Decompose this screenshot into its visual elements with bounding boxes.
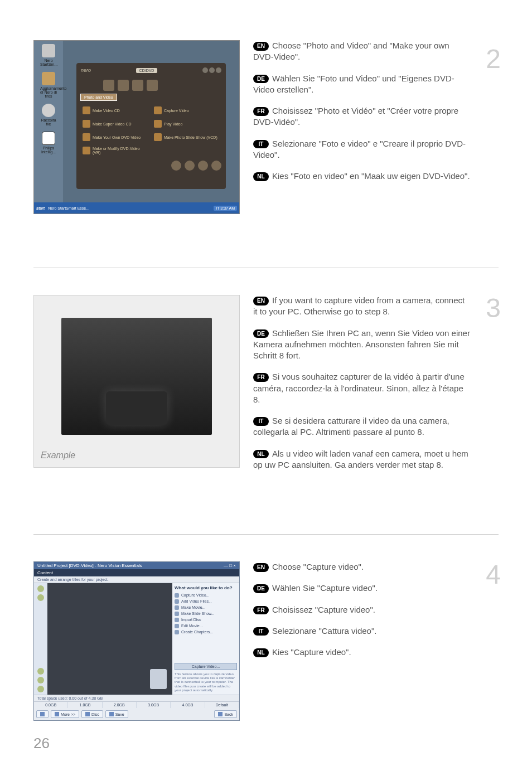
lang-badge-it: IT xyxy=(253,140,269,149)
screenshot-step4: Untitled Project [DVD-Video] - Nero Visi… xyxy=(33,561,240,721)
instruction-en: ENIf you want to capture video from a ca… xyxy=(253,295,471,318)
desktop-icons: Nero StartSm... Aggiornamento di Nero di… xyxy=(34,41,63,202)
instruction-en: ENChoose "Photo and Video" and "Make you… xyxy=(253,40,471,63)
taskbar: start Nero StartSmart Esse... IT 3:37 AM xyxy=(34,202,239,214)
camera-example: Example xyxy=(33,295,240,468)
panel-header: What would you like to do? xyxy=(175,585,237,590)
instruction-nl: NLKies "Capture video". xyxy=(253,647,471,658)
instruction-de: DEWählen Sie "Capture video". xyxy=(253,583,471,594)
camera-photo xyxy=(61,318,212,435)
action-item[interactable]: Make Super Video CD xyxy=(81,118,150,129)
tool-icon[interactable] xyxy=(37,668,44,675)
tool-icon[interactable] xyxy=(171,161,181,171)
tool-icon[interactable] xyxy=(37,585,44,592)
action-item[interactable]: Make Photo Slide Show (VCD) xyxy=(152,132,221,143)
panel-option[interactable]: Create Chapters... xyxy=(175,629,237,634)
category-icon[interactable] xyxy=(103,80,114,91)
space-used-label: Total space used: 0.00 out of 4.38 GB xyxy=(34,695,239,701)
tool-icon[interactable] xyxy=(37,594,44,601)
instructions: ENChoose "Photo and Video" and "Make you… xyxy=(253,40,499,192)
window-controls[interactable]: — □ × xyxy=(224,563,236,568)
instruction-it: ITSe si desidera catturare il video da u… xyxy=(253,415,471,438)
lang-badge-fr: FR xyxy=(253,107,269,116)
tool-icon[interactable] xyxy=(185,161,195,171)
taskbar-item[interactable]: Nero StartSmart Esse... xyxy=(48,206,89,210)
nero-logo: nero xyxy=(81,67,91,73)
panel-option[interactable]: Edit Movie... xyxy=(175,623,237,628)
instructions: ENChoose "Capture video". DEWählen Sie "… xyxy=(253,561,499,668)
category-icon[interactable] xyxy=(118,80,129,91)
lang-badge-it: IT xyxy=(253,417,269,426)
step-3: 3 Example ENIf you want to capture video… xyxy=(33,268,499,503)
desktop-icon: Aggiornamento di Nero di fires xyxy=(40,72,57,98)
tool-icon[interactable] xyxy=(198,161,208,171)
back-icon xyxy=(218,712,223,716)
lang-badge-fr: FR xyxy=(253,373,269,382)
step-2: 2 Nero StartSm... Aggiornamento di Nero … xyxy=(33,40,499,236)
instruction-fr: FRSi vous souhaitez capturer de la vidéo… xyxy=(253,371,471,405)
disc-icon xyxy=(85,712,90,716)
step-number: 2 xyxy=(486,46,501,72)
tab-photo-video[interactable]: Photo and Video xyxy=(81,94,117,100)
disc-button[interactable]: Disc xyxy=(81,710,103,718)
save-button[interactable]: Save xyxy=(105,710,128,718)
lang-badge-nl: NL xyxy=(253,172,269,181)
panel-option[interactable]: Make Slide Show... xyxy=(175,611,237,616)
page-number: 26 xyxy=(33,735,50,752)
lang-badge-de: DE xyxy=(253,75,269,84)
step-number: 4 xyxy=(486,561,501,588)
tool-icon[interactable] xyxy=(211,161,221,171)
panel-option[interactable]: Import Disc xyxy=(175,617,237,622)
tool-icon[interactable] xyxy=(37,686,44,692)
desktop-icon: Raccolta file xyxy=(40,104,57,126)
instructions: ENIf you want to capture video from a ca… xyxy=(253,295,499,481)
instruction-it: ITSelezionare "Cattura video". xyxy=(253,625,471,637)
instruction-de: DEWählen Sie "Foto und Video" und "Eigen… xyxy=(253,73,471,96)
desktop-icon: Philips Intellig... xyxy=(40,132,57,154)
drive-selector[interactable]: CD/DVD xyxy=(136,68,158,73)
action-item[interactable]: Play Video xyxy=(152,118,221,129)
lang-badge-nl: NL xyxy=(253,648,269,657)
capture-video-button[interactable]: Capture Video... xyxy=(175,663,237,670)
example-label: Example xyxy=(40,448,234,462)
window-titlebar: Untitled Project [DVD-Video] - Nero Visi… xyxy=(34,562,239,569)
step-number: 3 xyxy=(486,295,501,322)
left-toolbar xyxy=(34,583,47,695)
lang-badge-de: DE xyxy=(253,584,269,593)
category-icon[interactable] xyxy=(132,80,143,91)
system-tray: IT 3:37 AM xyxy=(214,206,237,211)
bottom-toolbar xyxy=(81,161,221,171)
instruction-en: ENChoose "Capture video". xyxy=(253,561,471,573)
action-item[interactable]: Make Video CD xyxy=(81,105,150,116)
tool-icon[interactable] xyxy=(37,677,44,683)
panel-option[interactable]: Add Video Files... xyxy=(175,599,237,604)
section-header: Content xyxy=(34,569,239,576)
desktop-icon: Nero StartSm... xyxy=(40,44,57,66)
step-4: 4 Untitled Project [DVD-Video] - Nero Vi… xyxy=(33,534,499,721)
save-icon xyxy=(109,712,114,716)
panel-option[interactable]: Make Movie... xyxy=(175,605,237,610)
action-item[interactable]: Capture Video xyxy=(152,105,221,116)
lang-badge-en: EN xyxy=(253,563,269,572)
help-button[interactable] xyxy=(36,710,49,718)
instruction-nl: NLKies "Foto en video" en "Maak uw eigen… xyxy=(253,171,471,182)
back-button[interactable]: Back xyxy=(214,710,237,718)
more-icon xyxy=(55,712,59,716)
lang-badge-en: EN xyxy=(253,42,269,51)
lang-badge-it: IT xyxy=(253,627,269,636)
instruction-fr: FRChoisissez "Photo et Vidéo" et "Créer … xyxy=(253,105,471,128)
action-item[interactable]: Make Your Own DVD-Video xyxy=(81,132,150,143)
panel-option[interactable]: Capture Video... xyxy=(175,593,237,598)
start-button[interactable]: start xyxy=(36,206,45,210)
space-ruler: 0.0GB 1.0GB 2.0GB 3.0GB 4.0GB Default xyxy=(34,701,239,708)
more-button[interactable]: More >> xyxy=(51,710,79,718)
category-icon[interactable] xyxy=(147,80,158,91)
action-panel: What would you like to do? Capture Video… xyxy=(172,583,239,695)
window-controls[interactable] xyxy=(202,67,221,73)
section-hint: Create and arrange titles for your proje… xyxy=(34,576,239,583)
default-button[interactable]: Default xyxy=(205,702,239,708)
category-icons xyxy=(81,80,221,91)
action-item[interactable]: Make or Modify DVD-Video (VR) xyxy=(81,145,150,156)
example-photo: Example xyxy=(33,295,240,468)
preview-area xyxy=(47,583,172,695)
